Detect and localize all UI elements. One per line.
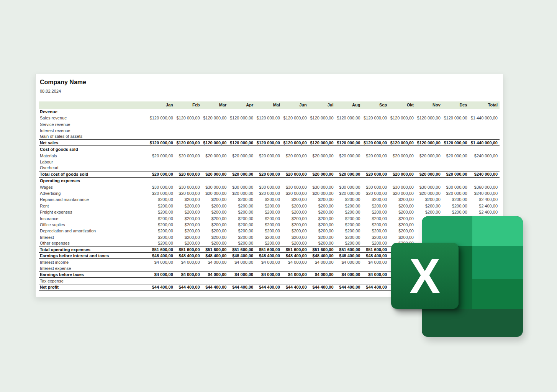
month-header[interactable]: Feb [175,103,202,107]
cell-value[interactable]: $200,00 [202,235,229,240]
cell-value[interactable]: $200,00 [362,222,389,227]
cell-value[interactable]: $20 000,00 [309,191,336,196]
cell-value[interactable]: $2 400,00 [469,197,500,202]
cell-value[interactable]: $200,00 [228,222,255,227]
cell-value[interactable]: $200,00 [282,229,309,233]
row-label[interactable]: Repairs and maintainance [39,197,148,202]
cell-value[interactable]: $200,00 [336,235,362,240]
cell-value[interactable]: $120 000,00 [309,116,336,120]
cell-value[interactable]: $240 000,00 [469,191,500,196]
cell-value[interactable]: $200,00 [148,216,175,221]
cell-value[interactable]: $200,00 [175,229,202,233]
row-label[interactable]: Interest expense [39,266,148,271]
cell-value[interactable]: $200,00 [309,229,336,233]
cell-value[interactable]: $1 440 000,00 [469,116,500,120]
cell-value[interactable]: $30 000,00 [336,185,362,189]
cell-value[interactable]: $30 000,00 [148,185,175,189]
row-label[interactable]: Rent [39,204,148,208]
month-header[interactable]: Apr [228,103,255,107]
cell-value[interactable]: $200,00 [416,210,442,214]
row-label[interactable]: Materials [39,154,148,158]
cell-value[interactable]: $30 000,00 [442,185,469,189]
cell-value[interactable]: $200,00 [175,241,202,245]
cell-value[interactable]: $120 000,00 [175,140,202,145]
cell-value[interactable]: $200,00 [282,222,309,227]
row-label[interactable]: Total operating expenses [39,247,148,252]
cell-value[interactable]: $200,00 [175,204,202,208]
cell-value[interactable]: $4 000,00 [309,260,336,265]
cell-value[interactable]: $20 000,00 [175,172,202,176]
cell-value[interactable]: $4 000,00 [255,260,282,265]
cell-value[interactable]: $44 400,00 [309,285,336,289]
cell-value[interactable]: $240 000,00 [469,154,500,158]
cell-value[interactable]: $120 000,00 [175,116,202,120]
cell-value[interactable]: $30 000,00 [175,185,202,189]
cell-value[interactable]: $360 000,00 [469,185,500,189]
cell-value[interactable]: $200,00 [309,222,336,227]
cell-value[interactable]: $200,00 [202,222,229,227]
row-label[interactable]: Freight expenses [39,210,148,214]
cell-value[interactable]: $30 000,00 [255,185,282,189]
row-label[interactable]: Advertising [39,191,148,196]
cell-value[interactable]: $20 000,00 [389,191,416,196]
row-label[interactable]: Total cost of goods sold [39,172,148,176]
cell-value[interactable]: $200,00 [148,235,175,240]
cell-value[interactable]: $20 000,00 [416,172,442,176]
cell-value[interactable]: $200,00 [362,197,389,202]
cell-value[interactable]: $200,00 [389,197,416,202]
cell-value[interactable]: $20 000,00 [389,172,416,176]
cell-value[interactable]: $200,00 [202,241,229,245]
row-label[interactable]: Office suplies [39,222,148,227]
cell-value[interactable]: $120 000,00 [255,140,282,145]
cell-value[interactable]: $200,00 [255,210,282,214]
cell-value[interactable]: $200,00 [255,197,282,202]
month-header[interactable]: Aug [336,103,362,107]
cell-value[interactable]: $30 000,00 [362,185,389,189]
cell-value[interactable]: $48 400,00 [336,253,362,258]
month-header[interactable]: Mai [255,103,282,107]
cell-value[interactable]: $48 400,00 [228,253,255,258]
month-header[interactable]: Des [442,103,469,107]
cell-value[interactable]: $120 000,00 [309,140,336,145]
cell-value[interactable]: $44 400,00 [202,285,229,289]
cell-value[interactable]: $200,00 [282,241,309,245]
cell-value[interactable]: $20 000,00 [228,191,255,196]
cell-value[interactable]: $44 400,00 [148,285,175,289]
cell-value[interactable]: $120 000,00 [255,116,282,120]
cell-value[interactable]: $200,00 [148,204,175,208]
row-label[interactable]: Wages [39,185,148,189]
cell-value[interactable]: $4 000,00 [228,272,255,277]
cell-value[interactable]: $200,00 [362,210,389,214]
row-label[interactable]: Interest income [39,260,148,265]
cell-value[interactable]: $200,00 [228,210,255,214]
cell-value[interactable]: $4 000,00 [362,272,389,277]
month-header[interactable]: Mar [202,103,229,107]
cell-value[interactable]: $1 440 000,00 [469,140,500,145]
cell-value[interactable]: $200,00 [389,204,416,208]
cell-value[interactable]: $4 000,00 [148,260,175,265]
cell-value[interactable]: $120 000,00 [389,140,416,145]
cell-value[interactable]: $200,00 [389,222,416,227]
cell-value[interactable]: $200,00 [148,210,175,214]
cell-value[interactable]: $200,00 [255,222,282,227]
cell-value[interactable]: $200,00 [336,197,362,202]
cell-value[interactable]: $4 000,00 [148,272,175,277]
cell-value[interactable]: $200,00 [202,204,229,208]
cell-value[interactable]: $30 000,00 [228,185,255,189]
cell-value[interactable]: $200,00 [389,210,416,214]
cell-value[interactable]: $200,00 [202,197,229,202]
month-header[interactable]: Okt [389,103,416,107]
cell-value[interactable]: $200,00 [228,229,255,233]
cell-value[interactable]: $20 000,00 [255,154,282,158]
row-label[interactable]: Earnings before taxes [39,272,148,277]
cell-value[interactable]: $200,00 [148,197,175,202]
cell-value[interactable]: $51 600,00 [175,247,202,252]
cell-value[interactable]: $120 000,00 [336,116,362,120]
cell-value[interactable]: $200,00 [228,216,255,221]
cell-value[interactable]: $2 400,00 [469,210,500,214]
row-label[interactable]: Sales revenue [39,116,148,120]
cell-value[interactable]: $51 600,00 [282,247,309,252]
cell-value[interactable]: $30 000,00 [202,185,229,189]
cell-value[interactable]: $20 000,00 [309,172,336,176]
cell-value[interactable]: $200,00 [228,241,255,245]
